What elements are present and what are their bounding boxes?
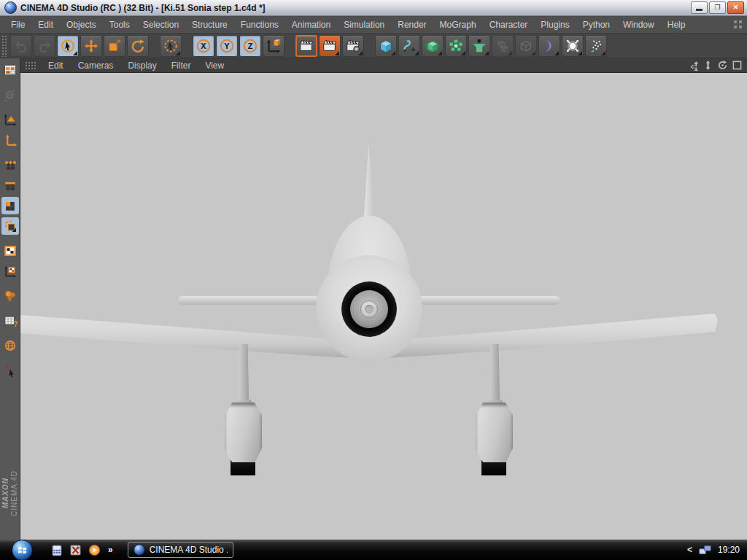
menu-objects[interactable]: Objects <box>60 20 103 30</box>
rotate-icon <box>130 38 146 54</box>
orbit-icon <box>717 60 728 71</box>
viewport-menu-display[interactable]: Display <box>120 61 163 71</box>
viewport-menu-cameras[interactable]: Cameras <box>71 61 121 71</box>
maximize-view-control[interactable] <box>732 60 743 71</box>
aircraft-gear-strut-left <box>238 344 249 407</box>
model-mode-button[interactable] <box>1 111 19 128</box>
scale-tool[interactable] <box>104 35 125 57</box>
menubar-corner-icon[interactable] <box>733 20 743 29</box>
tweak-mode-button[interactable] <box>1 217 19 235</box>
add-deformer-button[interactable] <box>538 35 560 57</box>
lock-x-axis-toggle[interactable]: X <box>193 35 214 57</box>
move-tool[interactable] <box>80 35 102 57</box>
rotate-camera-control[interactable] <box>717 60 728 71</box>
window-controls: ❐ ✕ <box>691 1 744 14</box>
redo-button[interactable] <box>34 35 55 57</box>
workplane-mode-button[interactable] <box>1 337 19 354</box>
add-spline-button[interactable] <box>398 35 420 57</box>
menu-functions[interactable]: Functions <box>234 20 285 30</box>
add-particles-object-button[interactable] <box>585 35 607 57</box>
task-button-cinema4d[interactable]: CINEMA 4D Studio ... <box>128 542 233 558</box>
texture-mode-button[interactable] <box>1 242 19 260</box>
edges-mode-button[interactable] <box>1 176 19 194</box>
close-button[interactable]: ✕ <box>727 1 744 14</box>
object-axis-mode-button[interactable] <box>1 131 19 149</box>
viewport-menubar: EditCamerasDisplayFilterView <box>20 58 747 73</box>
coords-icon <box>266 38 282 54</box>
world-coordinates-toggle[interactable] <box>1 86 19 104</box>
render-to-picture-viewer-button[interactable] <box>319 35 341 57</box>
menu-structure[interactable]: Structure <box>185 20 234 30</box>
viewport-menu-filter[interactable]: Filter <box>164 61 198 71</box>
polygons-mode-button[interactable] <box>1 197 19 214</box>
menu-render[interactable]: Render <box>391 20 433 30</box>
menu-selection[interactable]: Selection <box>136 20 185 30</box>
quicklaunch-overflow-chevron[interactable]: » <box>108 545 112 555</box>
lock-y-axis-toggle[interactable]: Y <box>216 35 238 57</box>
menu-plugins[interactable]: Plugins <box>534 20 576 30</box>
redo-icon <box>36 38 53 54</box>
restore-button[interactable]: ❐ <box>709 1 726 14</box>
quick-launch <box>50 544 101 556</box>
quicklaunch-calculator[interactable] <box>50 544 63 556</box>
world-icon <box>3 88 18 102</box>
svg-text:?: ? <box>5 364 9 373</box>
menu-python[interactable]: Python <box>576 20 616 30</box>
add-mograph-object-button[interactable] <box>445 35 467 57</box>
lockx-icon: X <box>196 38 212 54</box>
menu-simulation[interactable]: Simulation <box>337 20 391 30</box>
edges-icon <box>3 178 18 192</box>
tray-collapse-arrow[interactable]: < <box>687 545 692 555</box>
add-environment-object-button[interactable] <box>562 35 584 57</box>
snap-settings-button[interactable]: ? <box>1 312 19 330</box>
coordinate-system-toggle[interactable] <box>263 35 285 57</box>
lock-z-axis-toggle[interactable]: Z <box>239 35 261 57</box>
menu-tools[interactable]: Tools <box>103 20 136 30</box>
viewport-menubar-drag-handle[interactable] <box>25 61 36 70</box>
aircraft-wheel-spat-left <box>225 402 262 462</box>
quicklaunch-app-x[interactable] <box>69 544 82 556</box>
rotate-tool[interactable] <box>127 35 149 57</box>
zoom-camera-control[interactable] <box>703 60 713 71</box>
live-selection-tool[interactable] <box>57 35 79 57</box>
start-button[interactable] <box>12 540 33 560</box>
volume-objects-button[interactable] <box>515 35 537 57</box>
pan-camera-control[interactable] <box>688 60 699 71</box>
tool-sidebar: ?? MAXON CINEMA 4D <box>0 58 20 540</box>
tweak-icon <box>3 219 18 233</box>
viewport-menu-edit[interactable]: Edit <box>41 61 71 71</box>
render-active-view-button[interactable] <box>295 35 317 57</box>
add-character-object-button[interactable] <box>468 35 490 57</box>
minimize-button[interactable] <box>691 1 708 14</box>
quicklaunch-media-player[interactable] <box>88 544 101 556</box>
toolbar-drag-handle[interactable] <box>1 35 7 57</box>
menu-edit[interactable]: Edit <box>31 20 60 30</box>
pan-icon <box>688 60 699 71</box>
add-subdivision-surface-button[interactable] <box>422 35 444 57</box>
add-cube-primitive-button[interactable] <box>375 35 397 57</box>
last-used-tool[interactable] <box>160 35 182 57</box>
points-mode-button[interactable] <box>1 156 19 174</box>
texture-icon <box>3 244 18 258</box>
mograph-icon <box>448 38 464 54</box>
layout-icon <box>3 63 18 77</box>
context-help-button[interactable]: ? <box>1 362 19 379</box>
livesel-icon <box>60 38 76 54</box>
menu-window[interactable]: Window <box>616 20 661 30</box>
viewport-menu-view[interactable]: View <box>198 61 231 71</box>
layout-palette-button[interactable] <box>1 61 19 79</box>
undo-button[interactable] <box>10 35 32 57</box>
svg-text:Z: Z <box>248 42 253 50</box>
edit-render-settings-button[interactable] <box>342 35 364 57</box>
menu-mograph[interactable]: MoGraph <box>433 20 483 30</box>
menu-animation[interactable]: Animation <box>285 20 337 30</box>
network-icon[interactable] <box>698 543 712 557</box>
menu-character[interactable]: Character <box>483 20 535 30</box>
menu-file[interactable]: File <box>4 20 31 30</box>
menu-help[interactable]: Help <box>661 20 692 30</box>
viewport-solo-button[interactable] <box>1 287 19 305</box>
texture-axis-mode-button[interactable] <box>1 262 19 280</box>
modeling-objects-button[interactable] <box>492 35 514 57</box>
viewport-3d[interactable] <box>20 73 747 540</box>
aircraft-gear-strut-right <box>489 344 500 407</box>
